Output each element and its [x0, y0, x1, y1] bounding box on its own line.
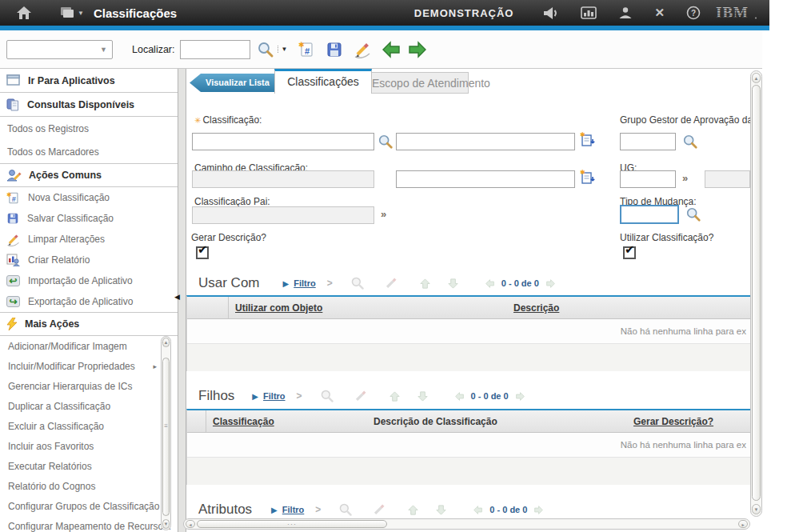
action-export-application[interactable]: ↪ Exportação de Aplicativo: [0, 291, 178, 312]
new-record-icon[interactable]: #✱: [298, 41, 315, 58]
sidebar-scrollbar[interactable]: ▲ ≡ ▼: [161, 336, 171, 530]
star-glyph: ✱: [580, 170, 585, 176]
main-vertical-scrollbar[interactable]: ▲ ▼: [750, 70, 762, 517]
generate-description-checkbox[interactable]: ✔: [196, 246, 209, 259]
query-all-records[interactable]: Todos os Registros: [0, 117, 178, 140]
next-page-icon-disabled: [417, 390, 429, 402]
classification-input[interactable]: [192, 133, 374, 150]
action-create-report[interactable]: Criar Relatório: [0, 250, 178, 270]
collapse-sidebar-icon[interactable]: ◀: [174, 293, 180, 301]
scroll-up-button[interactable]: ▲: [162, 338, 170, 347]
scroll-right-button[interactable]: ▸: [738, 520, 748, 528]
filter-link[interactable]: Filtro: [282, 505, 305, 514]
change-type-select-icon[interactable]: [685, 206, 701, 222]
filter-link[interactable]: Filtro: [263, 391, 286, 401]
tab-escopo-de-atendimento[interactable]: Escopo de Atendimento: [372, 72, 469, 94]
go-to-applications-menu[interactable]: ▼: [59, 6, 84, 19]
scroll-down-button[interactable]: ▼: [752, 504, 761, 514]
filter-expand-icon[interactable]: ▶: [271, 506, 278, 514]
help-icon[interactable]: ?: [686, 6, 701, 20]
column-utilizar-com-objeto[interactable]: Utilizar com Objeto: [229, 302, 507, 314]
search-icon[interactable]: [257, 41, 274, 58]
action-label: Criar Relatório: [28, 254, 90, 266]
sidebar-splitter[interactable]: ◀: [178, 69, 186, 532]
sign-out-icon[interactable]: ✕: [654, 6, 665, 20]
more-action-add-modify-image[interactable]: Adicionar/Modificar Imagem: [0, 336, 160, 356]
more-action-configure-resource-mapping[interactable]: Configurar Mapeamento de Recurso...: [0, 516, 160, 532]
scrollbar-thumb[interactable]: [752, 85, 761, 501]
parent-detail-menu-icon[interactable]: »: [381, 208, 386, 220]
find-input[interactable]: [180, 40, 250, 59]
more-action-delete-classification[interactable]: Excluir a Classificação: [0, 416, 160, 436]
action-import-application[interactable]: ↩ Importação de Aplicativo: [0, 270, 178, 291]
long-description-icon[interactable]: ✱: [580, 132, 595, 147]
save-icon[interactable]: [326, 41, 343, 58]
more-action-add-to-favorites[interactable]: Incluir aos Favoritos: [0, 436, 160, 456]
announcements-icon[interactable]: [542, 6, 559, 20]
previous-record-icon[interactable]: [382, 41, 401, 58]
more-action-cognos-report[interactable]: Relatório do Cognos: [0, 476, 160, 496]
action-clear-changes[interactable]: Limpar Alterações: [0, 229, 178, 250]
sidebar-section-label: Ações Comuns: [29, 170, 102, 181]
filter-link[interactable]: Filtro: [294, 278, 316, 288]
filter-expand-icon[interactable]: ▶: [283, 279, 290, 288]
reports-icon[interactable]: [581, 6, 597, 19]
next-record-icon[interactable]: [408, 41, 427, 58]
environment-label: DEMONSTRAÇÃO: [414, 7, 514, 19]
approval-group-input[interactable]: [620, 133, 676, 150]
column-classificacao[interactable]: Classificação: [206, 416, 367, 427]
query-select[interactable]: ▼: [6, 40, 113, 59]
more-action-duplicate-classification[interactable]: Duplicar a Classificação: [0, 396, 160, 416]
scrollbar-thumb[interactable]: ≡: [162, 358, 170, 516]
hash-glyph: #: [12, 195, 16, 203]
more-action-add-modify-properties[interactable]: Incluir/Modificar Propriedades ▸: [0, 356, 160, 376]
sidebar-section-go-to-applications[interactable]: Ir Para Aplicativos: [0, 69, 178, 93]
chevron-right-icon: >: [327, 278, 333, 289]
action-label: Limpar Alterações: [28, 234, 105, 245]
sidebar-section-available-queries[interactable]: Consultas Disponíveis: [0, 93, 178, 117]
classification-select-icon[interactable]: [378, 134, 394, 150]
more-action-configure-classification-groups[interactable]: Configurar Grupos de Classificação ...: [0, 496, 160, 516]
new-record-icon: #✱: [6, 191, 20, 205]
sidebar-section-label: Mais Ações: [25, 318, 79, 330]
main-horizontal-scrollbar[interactable]: ◂ ··· ▸: [183, 518, 750, 530]
use-classification-checkbox[interactable]: ✔: [623, 246, 636, 259]
tab-classificacoes[interactable]: Classificações: [274, 69, 372, 94]
ug-description-input: [705, 170, 750, 188]
action-new-classification[interactable]: #✱ Nova Classificação: [0, 187, 178, 208]
query-all-bookmarks[interactable]: Todos os Marcadores: [0, 140, 178, 163]
scroll-left-button[interactable]: ◂: [186, 520, 195, 528]
stacked-windows-icon: [59, 6, 75, 19]
home-icon[interactable]: [16, 6, 32, 20]
scroll-up-button[interactable]: ▲: [752, 73, 761, 83]
filter-expand-icon[interactable]: ▶: [252, 392, 258, 401]
scroll-down-button[interactable]: ▼: [162, 519, 170, 529]
action-save-classification[interactable]: Salvar Classificação: [0, 208, 178, 229]
dropdown-caret-icon[interactable]: ▼: [100, 46, 107, 54]
clear-changes-icon[interactable]: [354, 41, 371, 58]
search-options-caret-icon[interactable]: ▼: [278, 46, 288, 53]
required-icon: ✳: [194, 116, 201, 125]
sidebar-section-common-actions[interactable]: Ações Comuns: [0, 163, 178, 187]
profile-icon[interactable]: [618, 6, 633, 19]
classification-label: ✳Classificação:: [194, 114, 262, 126]
change-type-input[interactable]: [620, 205, 679, 224]
more-action-manage-ci-hierarchies[interactable]: Gerenciar Hierarquias de ICs: [0, 376, 160, 396]
view-list-button[interactable]: Visualizar Lista: [190, 74, 278, 92]
approval-group-select-icon[interactable]: [682, 134, 698, 150]
ug-input[interactable]: [620, 170, 676, 188]
long-description-icon[interactable]: ✱: [580, 170, 595, 185]
scrollbar-thumb[interactable]: ···: [197, 520, 387, 528]
more-action-run-reports[interactable]: Executar Relatórios: [0, 456, 160, 476]
sidebar-section-label: Consultas Disponíveis: [27, 99, 134, 110]
classification-description-input[interactable]: [396, 133, 575, 150]
column-descricao-de-classificacao: Descrição de Classificação: [367, 416, 627, 427]
ug-detail-menu-icon[interactable]: »: [682, 172, 687, 184]
main-content: Visualizar Lista Classificações Escopo d…: [186, 69, 750, 518]
column-gerar-descricao[interactable]: Gerar Descrição?: [627, 416, 750, 427]
path-description-input[interactable]: [396, 170, 575, 188]
chevron-right-icon: >: [315, 504, 321, 515]
select-row-column: [187, 410, 206, 432]
sidebar-section-more-actions[interactable]: Mais Ações: [0, 312, 178, 336]
column-descricao[interactable]: Descrição: [507, 302, 750, 314]
